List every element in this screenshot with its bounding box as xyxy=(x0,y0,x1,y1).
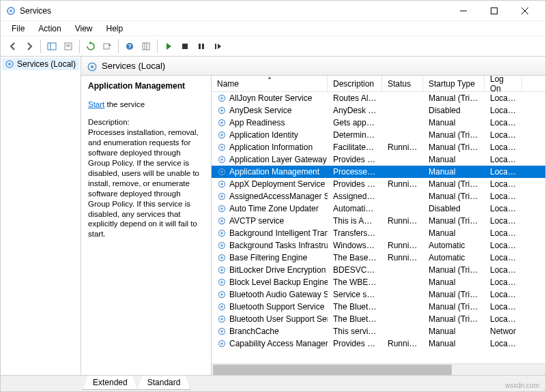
window-title: Services xyxy=(20,6,448,16)
cell-description: Provides fac... xyxy=(328,339,382,348)
cell-startup: Disabled xyxy=(423,204,485,213)
service-row[interactable]: BranchCacheThis service ...ManualNetwor xyxy=(212,325,545,337)
svg-point-50 xyxy=(220,244,223,247)
start-text: the service xyxy=(104,100,145,108)
svg-text:?: ? xyxy=(128,43,132,50)
col-header-startup[interactable]: Startup Type xyxy=(423,76,485,91)
cell-logon: Local Se xyxy=(485,93,522,103)
properties-button[interactable] xyxy=(61,39,76,54)
service-row[interactable]: App ReadinessGets apps re...ManualLocal … xyxy=(212,117,545,129)
sort-asc-icon: ▴ xyxy=(268,74,271,80)
cell-logon: Local Sy xyxy=(485,167,522,177)
stop-service-button[interactable] xyxy=(177,39,192,54)
service-row[interactable]: Application InformationFacilitates t...R… xyxy=(212,141,545,153)
svg-rect-18 xyxy=(199,44,201,49)
restart-service-button[interactable] xyxy=(210,39,225,54)
service-row[interactable]: Background Tasks Infrastruc...Windows in… xyxy=(212,239,545,252)
service-row[interactable]: Background Intelligent Tran...Transfers … xyxy=(212,227,545,239)
start-link[interactable]: Start xyxy=(88,100,104,108)
service-row[interactable]: AllJoyn Router ServiceRoutes AllJo...Man… xyxy=(212,92,545,104)
menu-view[interactable]: View xyxy=(68,22,100,35)
svg-point-38 xyxy=(220,170,223,173)
gear-icon xyxy=(217,241,227,250)
start-service-button[interactable] xyxy=(161,39,176,54)
menu-file[interactable]: File xyxy=(5,22,31,35)
cell-description: The Bluetoo... xyxy=(328,302,382,312)
back-button[interactable] xyxy=(5,39,20,54)
refresh-button[interactable] xyxy=(83,39,98,54)
cell-startup: Manual xyxy=(423,277,485,287)
service-row[interactable]: Bluetooth Support ServiceThe Bluetoo...M… xyxy=(212,301,545,313)
service-row[interactable]: Capability Access Manager ...Provides fa… xyxy=(212,337,545,350)
console-tree[interactable]: Services (Local) xyxy=(1,57,81,375)
toolbar: ? xyxy=(1,36,545,57)
cell-description: Routes AllJo... xyxy=(328,93,382,103)
gear-icon xyxy=(5,59,14,69)
horizontal-scrollbar[interactable] xyxy=(212,363,545,375)
svg-rect-3 xyxy=(491,7,497,14)
pause-service-button[interactable] xyxy=(194,39,209,54)
service-row[interactable]: Bluetooth Audio Gateway S...Service sup.… xyxy=(212,288,545,301)
service-row[interactable]: Application ManagementProcesses in...Man… xyxy=(212,166,545,178)
service-row[interactable]: AppX Deployment Service (...Provides inf… xyxy=(212,178,545,190)
cell-name: Auto Time Zone Updater xyxy=(212,204,328,213)
cell-logon: Local Se xyxy=(485,290,522,299)
svg-point-28 xyxy=(220,109,223,112)
tab-extended[interactable]: Extended xyxy=(83,376,138,390)
cell-name: Capability Access Manager ... xyxy=(212,339,328,348)
menu-help[interactable]: Help xyxy=(100,22,130,35)
service-row[interactable]: Bluetooth User Support Ser...The Bluetoo… xyxy=(212,313,545,325)
cell-name: AssignedAccessManager Se... xyxy=(212,192,328,201)
gear-icon xyxy=(217,216,227,226)
cell-name: Base Filtering Engine xyxy=(212,253,328,262)
col-header-name[interactable]: Name▴ xyxy=(212,76,328,91)
svg-point-32 xyxy=(220,134,223,136)
col-header-logon[interactable]: Log On xyxy=(485,76,522,91)
service-row[interactable]: Base Filtering EngineThe Base Fil...Runn… xyxy=(212,252,545,264)
service-row[interactable]: Block Level Backup Engine ...The WBENG..… xyxy=(212,276,545,288)
cell-description: AssignedAc... xyxy=(328,192,382,201)
col-header-description[interactable]: Description xyxy=(328,76,382,91)
cell-startup: Automatic xyxy=(423,253,485,262)
cell-startup: Manual (Trig... xyxy=(423,179,485,189)
maximize-button[interactable] xyxy=(478,1,509,20)
cell-logon: Local Se xyxy=(485,155,522,164)
service-row[interactable]: AVCTP serviceThis is Audi...RunningManua… xyxy=(212,215,545,227)
service-row[interactable]: Auto Time Zone UpdaterAutomatica...Disab… xyxy=(212,202,545,215)
cell-name: Background Tasks Infrastruc... xyxy=(212,241,328,250)
menu-action[interactable]: Action xyxy=(31,22,68,35)
cell-logon: Local Se xyxy=(485,216,522,226)
minimize-button[interactable] xyxy=(448,1,478,20)
scrollbar-thumb[interactable] xyxy=(213,365,452,375)
service-row[interactable]: Application IdentityDetermines ...Manual… xyxy=(212,129,545,141)
cell-description: The Bluetoo... xyxy=(328,314,382,324)
tree-services-local[interactable]: Services (Local) xyxy=(2,58,79,70)
cell-startup: Manual xyxy=(423,155,485,164)
col-header-status[interactable]: Status xyxy=(382,76,423,91)
service-row[interactable]: Application Layer Gateway ...Provides su… xyxy=(212,153,545,166)
cell-startup: Manual (Trig... xyxy=(423,93,485,103)
view-tabs: Extended Standard xyxy=(1,375,545,391)
menubar: File Action View Help xyxy=(1,21,545,36)
cell-description: Provides inf... xyxy=(328,179,382,189)
svg-point-24 xyxy=(91,65,94,68)
help-button[interactable]: ? xyxy=(122,39,137,54)
svg-rect-11 xyxy=(104,44,109,49)
cell-name: Bluetooth User Support Ser... xyxy=(212,314,328,324)
service-row[interactable]: AnyDesk ServiceAnyDesk su...DisabledLoca… xyxy=(212,104,545,117)
svg-point-26 xyxy=(220,97,223,100)
tab-standard[interactable]: Standard xyxy=(137,376,191,390)
select-columns-button[interactable] xyxy=(139,39,154,54)
cell-startup: Manual (Trig... xyxy=(423,314,485,324)
svg-point-58 xyxy=(220,293,223,296)
list-body[interactable]: AllJoyn Router ServiceRoutes AllJo...Man… xyxy=(212,92,545,363)
service-row[interactable]: BitLocker Drive Encryption ...BDESVC hos… xyxy=(212,264,545,276)
cell-description: This is Audi... xyxy=(328,216,382,226)
close-button[interactable] xyxy=(509,1,540,20)
cell-status: Running xyxy=(382,142,423,152)
forward-button[interactable] xyxy=(22,39,37,54)
show-hide-tree-button[interactable] xyxy=(44,39,59,54)
window-controls xyxy=(448,1,540,20)
export-button[interactable] xyxy=(100,39,115,54)
service-row[interactable]: AssignedAccessManager Se...AssignedAc...… xyxy=(212,190,545,202)
